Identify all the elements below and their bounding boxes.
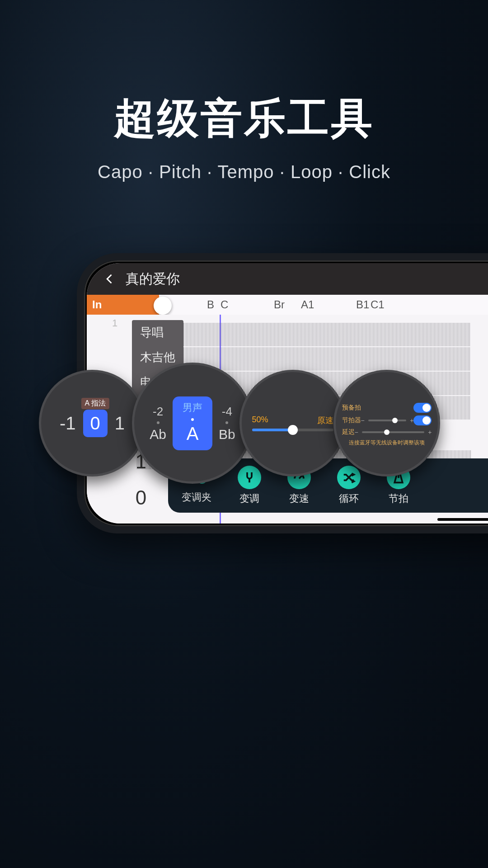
countin-toggle[interactable] bbox=[413, 403, 432, 413]
capo-dial[interactable]: -1 A 指法 0 1 bbox=[60, 410, 125, 437]
section-tick: B1 bbox=[356, 298, 369, 311]
pitch-left-offset: -2 bbox=[150, 405, 166, 419]
pitch-center-note: A bbox=[183, 424, 202, 444]
click-footer-hint: 连接蓝牙等无线设备时调整该项 bbox=[342, 439, 432, 447]
click-label: 延迟 bbox=[342, 428, 355, 436]
minus-icon[interactable]: − bbox=[361, 417, 365, 424]
tuning-fork-icon bbox=[238, 466, 261, 489]
tempo-fill bbox=[252, 429, 293, 431]
capo-minus[interactable]: -1 bbox=[60, 413, 76, 434]
click-row-metronome: 节拍器 − + bbox=[342, 415, 432, 425]
pitch-right-note: Bb bbox=[219, 427, 235, 442]
section-tick: C1 bbox=[371, 298, 385, 311]
preview-click: 预备拍 节拍器 − + 延迟 − + 连接蓝牙等无线设备时调整该项 bbox=[333, 370, 440, 476]
waveform bbox=[182, 323, 471, 346]
section-tick: A1 bbox=[301, 298, 314, 311]
plus-icon[interactable]: + bbox=[428, 429, 432, 436]
song-title: 真的爱你 bbox=[126, 270, 180, 288]
tool-label: 节拍 bbox=[389, 492, 408, 505]
preview-capo: -1 A 指法 0 1 bbox=[39, 370, 145, 476]
capo-hint: A 指法 bbox=[81, 398, 109, 409]
capo-center[interactable]: A 指法 0 bbox=[83, 410, 108, 437]
tool-pitch[interactable]: 变调 bbox=[238, 466, 261, 505]
tool-loop[interactable]: 循环 bbox=[337, 466, 361, 505]
waveform bbox=[182, 347, 471, 371]
headline-title: 超级音乐工具 bbox=[0, 90, 488, 146]
minus-icon[interactable]: − bbox=[355, 429, 358, 436]
click-label: 节拍器 bbox=[342, 416, 361, 425]
tempo-bar[interactable] bbox=[252, 429, 334, 431]
pitch-center[interactable]: 男声 A bbox=[173, 396, 212, 450]
metronome-toggle[interactable] bbox=[413, 415, 432, 425]
pitch-voice-label: 男声 bbox=[183, 401, 202, 415]
track-row-number: 1 bbox=[112, 317, 117, 329]
capo-plus[interactable]: 1 bbox=[115, 413, 125, 434]
tempo-percent: 50% bbox=[252, 415, 268, 426]
tool-label: 变调夹 bbox=[182, 491, 211, 504]
preview-pitch: -2 Ab 男声 A -4 Bb bbox=[132, 363, 253, 484]
back-icon[interactable] bbox=[102, 271, 117, 287]
tempo-knob[interactable] bbox=[288, 425, 298, 435]
pitch-dial[interactable]: -2 Ab 男声 A -4 Bb bbox=[150, 396, 235, 450]
pitch-left-note: Ab bbox=[150, 427, 166, 442]
section-tick: Br bbox=[274, 298, 285, 311]
headline-subtitle: Capo · Pitch · Tempo · Loop · Click bbox=[0, 162, 488, 182]
pitch-left[interactable]: -2 Ab bbox=[150, 405, 166, 442]
pitch-right[interactable]: -4 Bb bbox=[219, 405, 235, 442]
section-tick: B bbox=[207, 298, 214, 311]
tool-label: 循环 bbox=[339, 492, 359, 505]
shuffle-loop-icon bbox=[337, 466, 361, 489]
home-indicator bbox=[437, 518, 488, 521]
track-label[interactable]: 导唱 bbox=[132, 320, 183, 345]
click-row-latency: 延迟 − + bbox=[342, 428, 432, 436]
latency-slider[interactable] bbox=[362, 431, 425, 433]
section-ruler[interactable]: In B C Br A1 B1 C1 2 bbox=[87, 295, 488, 315]
fret-number: 0 bbox=[136, 486, 146, 509]
tempo-original-label: 原速 bbox=[317, 415, 333, 426]
click-label: 预备拍 bbox=[342, 404, 361, 412]
tool-label: 变调 bbox=[239, 492, 259, 505]
pitch-right-offset: -4 bbox=[219, 405, 235, 419]
app-topbar: 真的爱你 bbox=[87, 263, 488, 295]
click-settings: 预备拍 节拍器 − + 延迟 − + 连接蓝牙等无线设备时调整该项 bbox=[342, 400, 432, 447]
playhead-knob[interactable] bbox=[154, 297, 172, 315]
tempo-slider[interactable]: 50% 原速 bbox=[252, 415, 334, 431]
section-in-marker: In bbox=[87, 295, 159, 315]
tool-label: 变速 bbox=[289, 492, 309, 505]
section-tick: C bbox=[221, 298, 228, 311]
plus-icon[interactable]: + bbox=[410, 417, 413, 424]
metronome-volume-slider[interactable] bbox=[368, 420, 407, 421]
click-row-countin: 预备拍 bbox=[342, 403, 432, 413]
preview-tempo: 50% 原速 bbox=[239, 370, 346, 476]
